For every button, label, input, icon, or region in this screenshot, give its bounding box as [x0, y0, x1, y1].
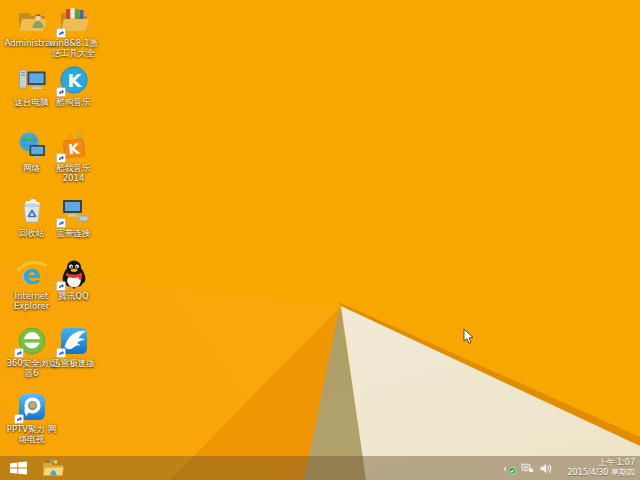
broadband-connection-icon: [58, 195, 90, 227]
desktop-screen: Administra... win8&8.1激 活工具大全: [0, 0, 640, 480]
volume-icon[interactable]: [539, 462, 552, 475]
win8-activation-tools-folder-icon: [58, 5, 90, 37]
this-pc-icon: [16, 64, 48, 96]
shortcut-arrow-icon: [56, 281, 66, 291]
shortcut-arrow-icon: [56, 153, 66, 163]
taskbar-clock[interactable]: 上午 1:07 2015/4/30 星期四: [561, 458, 635, 478]
desktop-icon-kugou-music[interactable]: K 酷狗音乐: [47, 64, 100, 107]
clock-time: 上午 1:07: [561, 458, 635, 468]
desktop-icon-label: 这台电脑: [15, 97, 49, 107]
folder-explorer-icon: [42, 459, 64, 477]
svg-text:K: K: [67, 70, 82, 91]
shortcut-arrow-icon: [56, 348, 66, 358]
360-security-browser-icon: [16, 325, 48, 357]
desktop-icon-kuwo-music[interactable]: ♪ ♫ K 酷我音乐 2014: [47, 130, 100, 183]
desktop-icon-broadband-connection[interactable]: 宽带连接: [47, 195, 100, 238]
kuwo-music-icon: ♪ ♫ K: [58, 130, 90, 162]
system-tray: 上午 1:07 2015/4/30 星期四: [503, 458, 640, 478]
file-explorer-button[interactable]: [37, 456, 68, 480]
desktop-icon-label: win8&8.1激 活工具大全: [49, 38, 98, 58]
wired-network-icon[interactable]: [521, 462, 534, 475]
shortcut-arrow-icon: [14, 348, 24, 358]
desktop-icon-label: PPTV聚力 网 络电视: [7, 424, 56, 444]
desktop-icon-label: 回收站: [19, 228, 45, 238]
desktop-icon-pptv[interactable]: PPTV聚力 网 络电视: [5, 391, 58, 444]
clock-date: 2015/4/30 星期四: [561, 468, 635, 478]
kugou-music-icon: K: [58, 64, 90, 96]
shortcut-arrow-icon: [14, 414, 24, 424]
desktop-icon-label: 网络: [23, 163, 40, 173]
desktop-icon-label: Internet Explorer: [14, 291, 49, 311]
administrator-folder-icon: [16, 5, 48, 37]
thunder-bird-icon: [58, 325, 90, 357]
desktop-icon-label: 迅雷极速版: [52, 358, 95, 368]
windows-logo-icon: [10, 461, 27, 475]
taskbar: 上午 1:07 2015/4/30 星期四: [0, 456, 640, 480]
tencent-qq-icon: [58, 258, 90, 290]
desktop-icon-label: 酷狗音乐: [57, 97, 91, 107]
shortcut-arrow-icon: [56, 87, 66, 97]
safely-remove-hardware-icon[interactable]: [503, 462, 516, 475]
desktop-icon-label: 酷我音乐 2014: [57, 163, 91, 183]
desktop-icon-thunder-speed[interactable]: 迅雷极速版: [47, 325, 100, 368]
internet-explorer-icon: e: [16, 258, 48, 290]
svg-text:♪: ♪: [67, 131, 73, 141]
desktop-icon-tencent-qq[interactable]: 腾讯QQ: [47, 258, 100, 301]
desktop-icon-win8-activation-tools[interactable]: win8&8.1激 活工具大全: [47, 5, 100, 58]
shortcut-arrow-icon: [56, 28, 66, 38]
recycle-bin-icon: [16, 195, 48, 227]
pptv-icon: [16, 391, 48, 423]
desktop-icon-label: 宽带连接: [57, 228, 91, 238]
start-button[interactable]: [0, 456, 37, 480]
network-icon: [16, 130, 48, 162]
desktop-icon-label: 腾讯QQ: [58, 291, 88, 301]
mouse-cursor: [463, 328, 474, 345]
svg-text:♫: ♫: [75, 131, 82, 140]
shortcut-arrow-icon: [56, 218, 66, 228]
